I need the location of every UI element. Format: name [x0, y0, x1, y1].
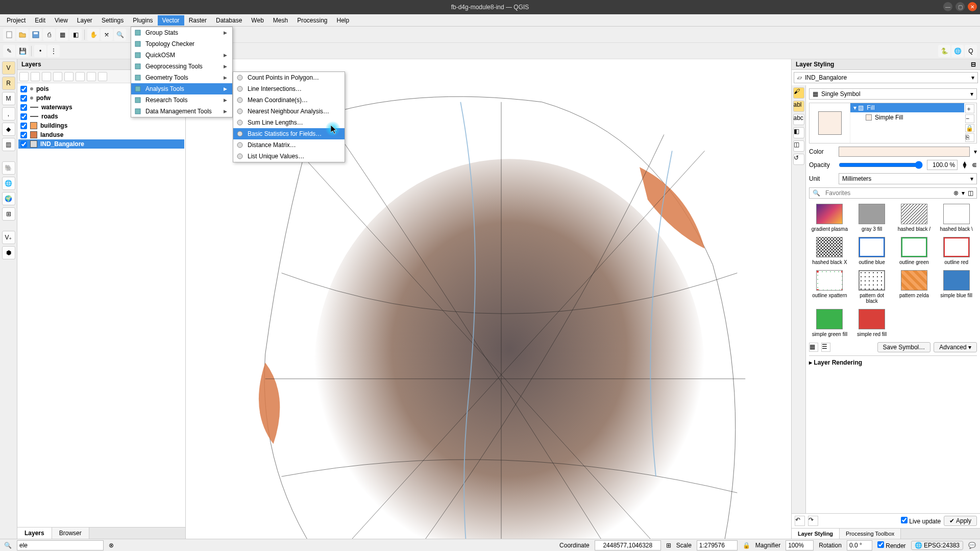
opacity-field[interactable] [927, 160, 958, 170]
layer-add-group-icon[interactable] [31, 72, 40, 81]
layout-manager-icon[interactable]: ▦ [56, 29, 68, 41]
unit-combobox[interactable]: Millimeters ▾ [839, 173, 977, 184]
live-update-checkbox[interactable]: Live update [901, 517, 941, 525]
osm-icon[interactable]: 🌐 [951, 45, 964, 57]
color-button[interactable] [839, 147, 970, 157]
clear-search-icon[interactable]: ⊗ [953, 189, 959, 197]
favorite-hashed-black-[interactable]: hashed black / [896, 204, 933, 232]
layer-row-landuse[interactable]: landuse [18, 130, 184, 139]
favorite-outline-blue[interactable]: outline blue [853, 237, 891, 265]
favorite-outline-red[interactable]: outline red [938, 237, 975, 265]
menu-help[interactable]: Help [332, 15, 354, 26]
advanced-button[interactable]: Advanced ▾ [934, 342, 977, 352]
locator-clear-icon[interactable]: ⊗ [109, 542, 114, 549]
zoom-in-icon[interactable]: 🔍 [114, 29, 126, 41]
menuitem-count-points-in-polygon-[interactable]: Count Points in Polygon… [233, 72, 345, 83]
favorites-tags-icon[interactable]: ◫ [968, 189, 973, 197]
menu-vector[interactable]: Vector [158, 15, 184, 26]
add-xyz-icon[interactable]: ⊞ [2, 207, 15, 221]
favorite-hashed-black-x[interactable]: hashed black X [811, 237, 848, 265]
tab-layer-styling[interactable]: Layer Styling [792, 529, 840, 539]
renderer-combobox[interactable]: ▦ Single Symbol ▾ [809, 88, 977, 100]
symbology-tab-icon[interactable]: 🖌 [793, 87, 804, 99]
simple-fill-row[interactable]: Simple Fill [850, 112, 964, 123]
list-view-icon[interactable]: ☰ [821, 343, 830, 352]
magnifier-field[interactable] [786, 540, 814, 550]
layer-visibility-checkbox[interactable] [20, 86, 27, 92]
menu-edit[interactable]: Edit [30, 15, 50, 26]
layer-remove-icon[interactable] [98, 72, 107, 81]
diagrams-tab-icon[interactable]: ◫ [793, 140, 804, 152]
layer-visibility-checkbox[interactable] [20, 113, 27, 120]
favorite-gray-3-fill[interactable]: gray 3 fill [853, 204, 891, 232]
new-geopackage-icon[interactable]: ⬢ [2, 246, 15, 259]
favorite-gradient-plasma[interactable]: gradient plasma [811, 204, 848, 232]
menu-settings[interactable]: Settings [97, 15, 128, 26]
add-wfs-icon[interactable]: 🌍 [2, 192, 15, 205]
favorite-simple-blue-fill[interactable]: simple blue fill [938, 270, 975, 304]
scale-lock-icon[interactable]: 🔒 [743, 542, 750, 549]
add-mesh-icon[interactable]: M [2, 92, 15, 105]
locator-input[interactable] [17, 540, 104, 550]
menuitem-quickosm[interactable]: QuickOSM▶ [131, 50, 232, 61]
add-spatialite-icon[interactable]: ◆ [2, 123, 15, 136]
pan-to-selection-icon[interactable]: ⤧ [101, 29, 113, 41]
menuitem-mean-coordinate-s-[interactable]: Mean Coordinate(s)… [233, 94, 345, 106]
tab-processing-toolbox[interactable]: Processing Toolbox [840, 529, 901, 539]
apply-button[interactable]: ✔ Apply [944, 516, 977, 526]
maximize-button[interactable]: ▢ [955, 2, 965, 11]
open-project-icon[interactable] [16, 29, 29, 41]
menu-web[interactable]: Web [247, 15, 268, 26]
quickosm-icon[interactable]: Q [965, 45, 977, 57]
favorite-outline-xpattern[interactable]: outline xpattern [811, 270, 848, 304]
favorite-pattern-zelda[interactable]: pattern zelda [896, 270, 933, 304]
new-project-icon[interactable] [3, 29, 15, 41]
menuitem-analysis-tools[interactable]: Analysis Tools▶ [131, 83, 232, 94]
menuitem-topology-checker[interactable]: Topology Checker [131, 38, 232, 50]
lock-symbol-icon[interactable]: 🔒 [965, 124, 974, 133]
layer-filter-icon[interactable] [53, 72, 62, 81]
layer-visibility-checkbox[interactable] [20, 141, 27, 148]
menuitem-research-tools[interactable]: Research Tools▶ [131, 94, 232, 106]
menu-layer[interactable]: Layer [72, 15, 97, 26]
menu-database[interactable]: Database [211, 15, 247, 26]
menu-processing[interactable]: Processing [292, 15, 332, 26]
render-checkbox[interactable]: Render [877, 541, 906, 549]
layer-row-IND_Bangalore[interactable]: IND_Bangalore [18, 139, 184, 149]
redo-style-icon[interactable]: ↷ [808, 516, 818, 526]
undo-style-icon[interactable]: ↶ [795, 516, 805, 526]
menu-raster[interactable]: Raster [184, 15, 211, 26]
symbol-tree[interactable]: ▾ ▧ Fill Simple Fill ＋ − 🔒 ⎘ [809, 103, 977, 143]
menu-view[interactable]: View [50, 15, 72, 26]
layer-expr-icon[interactable] [64, 72, 74, 81]
menuitem-geoprocessing-tools[interactable]: Geoprocessing Tools▶ [131, 61, 232, 72]
crs-button[interactable]: 🌐 EPSG:24383 [911, 541, 963, 550]
add-vector-icon[interactable]: V [2, 61, 15, 75]
menuitem-sum-line-lengths-[interactable]: Sum Line Lengths… [233, 117, 345, 128]
labels-tab-icon[interactable]: abl [793, 101, 804, 112]
remove-symbol-icon[interactable]: − [965, 114, 974, 123]
locator-icon[interactable]: 🔍 [4, 542, 12, 549]
save-symbol-button[interactable]: Save Symbol… [877, 342, 931, 352]
3d-tab-icon[interactable]: ◧ [793, 127, 804, 138]
fill-header[interactable]: ▾ ▧ Fill [850, 103, 964, 112]
layer-visibility-checkbox[interactable] [20, 132, 27, 138]
coordinate-field[interactable] [595, 540, 661, 550]
favorites-input[interactable] [823, 188, 950, 198]
opacity-slider[interactable] [839, 161, 923, 169]
menuitem-data-management-tools[interactable]: Data Management Tools▶ [131, 106, 232, 117]
tab-layers[interactable]: Layers [17, 528, 52, 539]
layer-visibility-icon[interactable] [42, 72, 51, 81]
close-button[interactable]: ✕ [968, 2, 977, 11]
minimize-button[interactable]: — [943, 2, 952, 11]
menu-mesh[interactable]: Mesh [268, 15, 292, 26]
python-console-icon[interactable]: 🐍 [938, 45, 950, 57]
color-dropdown-icon[interactable]: ▾ [974, 148, 977, 155]
vertex-tool-icon[interactable]: ⋮ [47, 45, 60, 57]
add-feature-icon[interactable]: • [34, 45, 46, 57]
menuitem-list-unique-values-[interactable]: List Unique Values… [233, 151, 345, 162]
favorite-simple-green-fill[interactable]: simple green fill [811, 309, 848, 337]
layer-style-icon[interactable] [19, 72, 29, 81]
styling-close-icon[interactable]: ⊟ [971, 61, 976, 68]
edit-toggle-icon[interactable]: ✎ [3, 45, 15, 57]
